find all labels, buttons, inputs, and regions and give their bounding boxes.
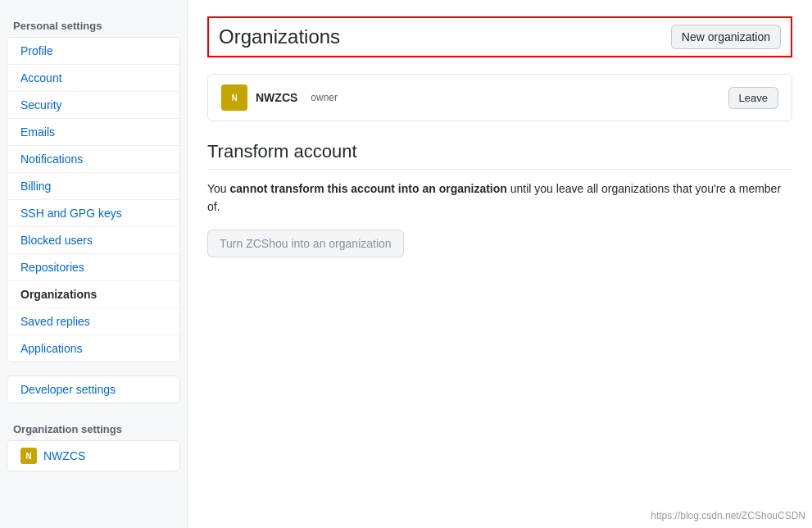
sidebar-item-saved-replies[interactable]: Saved replies xyxy=(7,308,179,335)
sidebar-item-applications[interactable]: Applications xyxy=(7,335,179,362)
transform-title: Transform account xyxy=(207,141,792,170)
personal-settings-group: Profile Account Security Emails Notifica… xyxy=(7,37,180,362)
org-card-left: N NWZCS owner xyxy=(221,84,338,111)
page-title: Organizations xyxy=(219,25,340,48)
org-name: NWZCS xyxy=(256,91,297,104)
sidebar-item-notifications[interactable]: Notifications xyxy=(7,146,179,173)
org-role: owner xyxy=(311,92,338,103)
org-settings-group: N NWZCS xyxy=(7,440,180,471)
org-settings-label: Organization settings xyxy=(0,416,187,440)
transform-description: You cannot transform this account into a… xyxy=(207,180,792,216)
personal-settings-label: Personal settings xyxy=(0,13,187,37)
sidebar-item-emails[interactable]: Emails xyxy=(7,119,179,146)
sidebar-item-developer-settings[interactable]: Developer settings xyxy=(7,376,179,403)
org-avatar: N xyxy=(221,84,247,111)
leave-button[interactable]: Leave xyxy=(728,87,778,109)
new-organization-button[interactable]: New organization xyxy=(671,25,781,49)
sidebar-item-organizations[interactable]: Organizations xyxy=(7,281,179,308)
sidebar-item-billing[interactable]: Billing xyxy=(7,173,179,200)
sidebar-item-security[interactable]: Security xyxy=(7,92,179,119)
developer-settings-group: Developer settings xyxy=(7,376,180,403)
main-content: Organizations New organization N NWZCS o… xyxy=(187,0,812,528)
sidebar-item-ssh-gpg-keys[interactable]: SSH and GPG keys xyxy=(7,200,179,227)
sidebar-item-repositories[interactable]: Repositories xyxy=(7,254,179,281)
watermark: https://blog.csdn.net/ZCShouCSDN xyxy=(651,510,805,521)
sidebar: Personal settings Profile Account Securi… xyxy=(0,0,187,528)
sidebar-item-blocked-users[interactable]: Blocked users xyxy=(7,227,179,254)
org-icon-small: N xyxy=(20,448,37,464)
transform-button[interactable]: Turn ZCShou into an organization xyxy=(207,230,404,257)
sidebar-org-item-nwzcs[interactable]: N NWZCS xyxy=(7,441,179,471)
svg-text:N: N xyxy=(231,93,237,102)
sidebar-item-profile[interactable]: Profile xyxy=(7,38,179,65)
org-card: N NWZCS owner Leave xyxy=(207,74,792,121)
page-header: Organizations New organization xyxy=(207,16,792,57)
transform-section: Transform account You cannot transform t… xyxy=(207,141,792,257)
sidebar-item-account[interactable]: Account xyxy=(7,65,179,92)
